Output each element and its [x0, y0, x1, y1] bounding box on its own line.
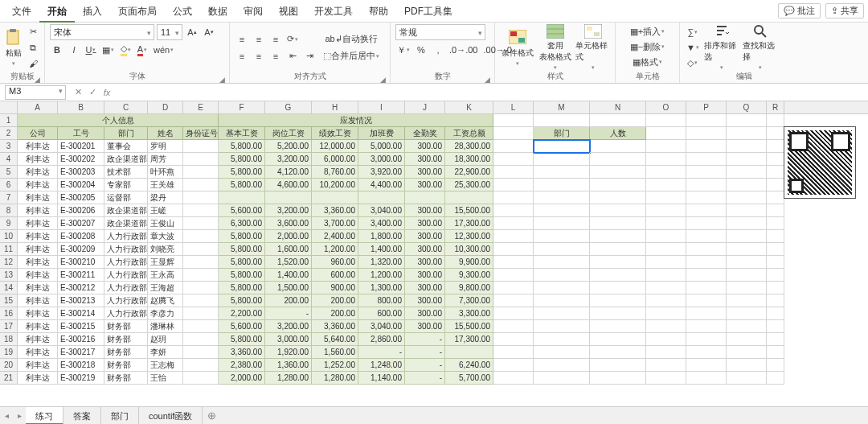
cell[interactable]: 赵玥: [148, 333, 183, 346]
cell[interactable]: [493, 256, 534, 269]
cell[interactable]: 1,400.00: [265, 269, 312, 282]
name-box[interactable]: M3: [5, 85, 66, 100]
cell[interactable]: 个人信息: [18, 114, 219, 127]
cell[interactable]: E-300203: [58, 166, 104, 179]
cell[interactable]: 2,860.00: [358, 333, 405, 346]
cell[interactable]: [534, 140, 590, 153]
cell[interactable]: [686, 153, 727, 166]
row-header-6[interactable]: 6: [0, 179, 17, 191]
cell[interactable]: 赵腾飞: [148, 294, 183, 307]
row-header-16[interactable]: 16: [0, 307, 17, 320]
cell[interactable]: [183, 217, 219, 230]
cell[interactable]: 4,600.00: [265, 179, 312, 191]
cell[interactable]: 7,300.00: [445, 294, 493, 307]
cell[interactable]: 李妍: [148, 346, 183, 359]
col-header-H[interactable]: H: [312, 101, 358, 113]
cell[interactable]: [767, 179, 784, 191]
add-sheet-button[interactable]: ⊕: [203, 410, 220, 422]
cell[interactable]: [534, 294, 590, 307]
cell[interactable]: 3,200.00: [265, 204, 312, 217]
cell[interactable]: [493, 153, 534, 166]
cell[interactable]: [767, 153, 784, 166]
cell[interactable]: 5,800.00: [219, 256, 265, 269]
cell[interactable]: [534, 372, 590, 385]
cell[interactable]: 利丰达: [18, 282, 58, 294]
cell[interactable]: 28,300.00: [445, 140, 493, 153]
cell[interactable]: [183, 191, 219, 204]
cell[interactable]: 利丰达: [18, 230, 58, 243]
cell[interactable]: 5,640.00: [312, 333, 358, 346]
cell[interactable]: [646, 346, 686, 359]
col-header-D[interactable]: D: [148, 101, 183, 113]
cell[interactable]: 5,800.00: [219, 230, 265, 243]
cell[interactable]: [646, 230, 686, 243]
cell[interactable]: 15,500.00: [445, 320, 493, 333]
cell[interactable]: [646, 372, 686, 385]
cell[interactable]: E-300216: [58, 333, 104, 346]
cancel-fx-button[interactable]: ✕: [71, 87, 85, 97]
cell[interactable]: [767, 346, 784, 359]
cell[interactable]: E-300211: [58, 269, 104, 282]
cell[interactable]: 利丰达: [18, 217, 58, 230]
cell[interactable]: [686, 127, 727, 140]
cell[interactable]: 12,000.00: [312, 140, 358, 153]
cell[interactable]: 利丰达: [18, 153, 58, 166]
cell[interactable]: -: [405, 372, 445, 385]
cell[interactable]: 4,120.00: [265, 166, 312, 179]
cell[interactable]: 部门: [104, 127, 148, 140]
row-header-20[interactable]: 20: [0, 359, 17, 372]
cell[interactable]: [493, 320, 534, 333]
cell[interactable]: 5,600.00: [219, 204, 265, 217]
cell[interactable]: 财务部: [104, 333, 148, 346]
cell[interactable]: [534, 191, 590, 204]
cell[interactable]: [727, 230, 767, 243]
cell[interactable]: [727, 256, 767, 269]
cell[interactable]: [646, 191, 686, 204]
cell[interactable]: 王俊山: [148, 217, 183, 230]
cell[interactable]: [727, 243, 767, 256]
cell[interactable]: E-300207: [58, 217, 104, 230]
bold-button[interactable]: B: [50, 43, 64, 57]
menu-tab-9[interactable]: 帮助: [361, 0, 396, 23]
format-cells-button[interactable]: ▦ 格式: [631, 55, 664, 69]
fill-color-button[interactable]: ◇: [118, 43, 133, 57]
grid[interactable]: 个人信息应发情况公司工号部门姓名身份证号基本工资岗位工资绩效工资加班费全勤奖工资…: [18, 114, 784, 385]
menu-tab-1[interactable]: 开始: [39, 0, 75, 23]
cell[interactable]: 1,200.00: [358, 269, 405, 282]
cell[interactable]: 工资总额: [445, 127, 493, 140]
cell[interactable]: [686, 269, 727, 282]
cell[interactable]: 王关雄: [148, 179, 183, 191]
col-header-C[interactable]: C: [104, 101, 148, 113]
cell[interactable]: [590, 114, 646, 127]
align-middle-button[interactable]: ≡: [252, 32, 266, 47]
cell[interactable]: [686, 372, 727, 385]
cell[interactable]: [493, 282, 534, 294]
cell[interactable]: [646, 140, 686, 153]
cell[interactable]: 利丰达: [18, 179, 58, 191]
cell[interactable]: [534, 320, 590, 333]
row-header-7[interactable]: 7: [0, 191, 17, 204]
cell[interactable]: [686, 140, 727, 153]
row-header-9[interactable]: 9: [0, 217, 17, 230]
cell[interactable]: 公司: [18, 127, 58, 140]
decrease-indent-button[interactable]: ⇤: [285, 49, 300, 64]
dialog-launcher[interactable]: ◢: [218, 74, 226, 82]
cell[interactable]: [686, 114, 727, 127]
cell[interactable]: [767, 191, 784, 204]
font-name-select[interactable]: 宋体: [50, 24, 154, 40]
enter-fx-button[interactable]: ✓: [85, 87, 100, 97]
cell[interactable]: 3,360.00: [312, 204, 358, 217]
col-header-G[interactable]: G: [265, 101, 312, 113]
cell[interactable]: 1,400.00: [358, 243, 405, 256]
cell[interactable]: 潘琳林: [148, 320, 183, 333]
cell[interactable]: 5,800.00: [219, 282, 265, 294]
cell[interactable]: 政企渠道部: [104, 217, 148, 230]
sheet-tab-3[interactable]: countif函数: [139, 407, 203, 425]
col-header-F[interactable]: F: [219, 101, 265, 113]
cell[interactable]: [646, 217, 686, 230]
cell[interactable]: -: [405, 346, 445, 359]
col-header-A[interactable]: A: [18, 101, 58, 113]
cell[interactable]: -: [358, 346, 405, 359]
cell[interactable]: 3,200.00: [265, 320, 312, 333]
merge-center-button[interactable]: ⬚ 合并后居中: [320, 49, 383, 64]
